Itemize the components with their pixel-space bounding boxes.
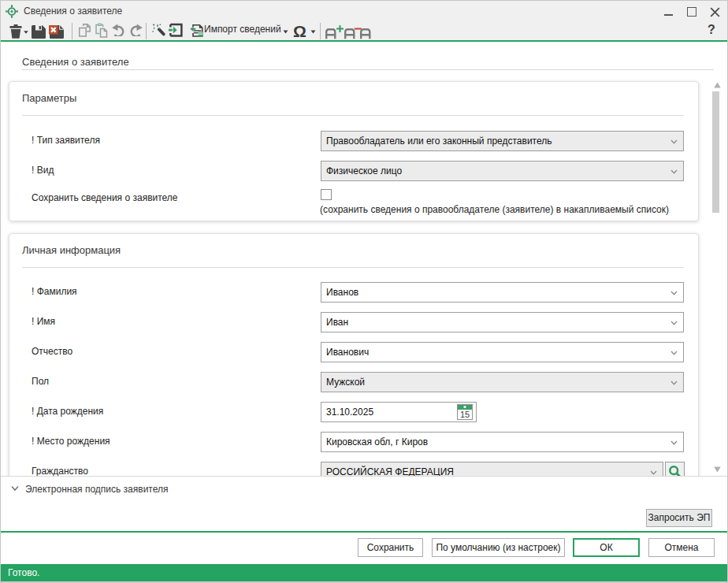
svg-text:15: 15: [460, 410, 470, 419]
